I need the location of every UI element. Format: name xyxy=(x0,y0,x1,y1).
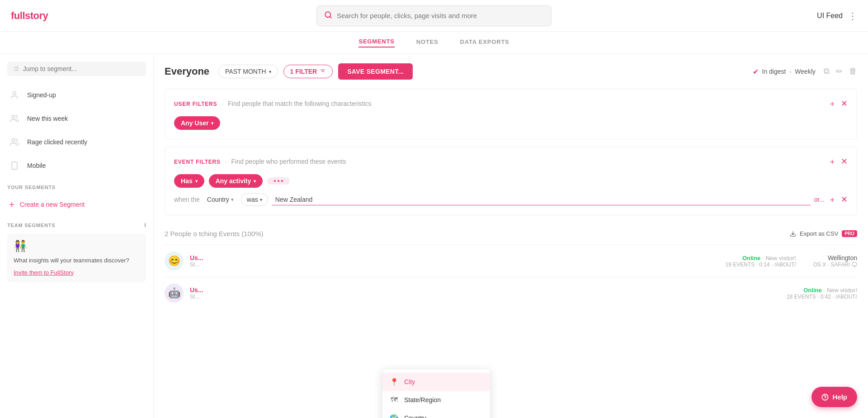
more-options-icon[interactable]: ⋮ xyxy=(848,10,857,21)
sidebar-item-mobile-label: Mobile xyxy=(27,162,46,169)
filter-icon xyxy=(320,68,326,75)
export-csv-btn[interactable]: Export as CSV PRO xyxy=(790,230,857,237)
svg-rect-17 xyxy=(852,263,857,266)
monitor-icon-1 xyxy=(852,262,857,267)
sidebar-item-new-this-week[interactable]: New this week xyxy=(0,107,153,130)
tab-data-exports[interactable]: DATA EXPORTS xyxy=(460,38,509,47)
location-text-1: Wellington xyxy=(813,254,857,261)
delete-icon[interactable]: 🗑 xyxy=(849,66,857,76)
header-username: UI Feed xyxy=(817,12,843,20)
was-label: was xyxy=(247,196,258,203)
any-user-label: Any User xyxy=(181,119,208,127)
more-options-btn[interactable] xyxy=(267,177,290,185)
online-badge-2: Online xyxy=(803,287,821,294)
event-filter-actions: ＋ ✕ xyxy=(828,156,848,167)
user-name-1[interactable]: Us... xyxy=(190,254,719,261)
tab-notes[interactable]: NOTES xyxy=(416,38,439,47)
country-field-dropdown[interactable]: Country ▾ xyxy=(203,194,237,205)
user-row: 😊 Us... SI... Online · New visitor! 19 E… xyxy=(165,245,857,277)
remove-condition-btn[interactable]: ✕ xyxy=(841,194,848,205)
add-event-filter-btn[interactable]: ＋ xyxy=(828,156,836,167)
country-label: Country xyxy=(404,414,426,418)
event-filters-section: EVENT FILTERS · Find people who performe… xyxy=(165,147,857,215)
location-dropdown-menu: 📍 City 🗺 State/Region 🌍 Country 🌐 IP add… xyxy=(382,369,491,418)
event-filters-desc: Find people who performed these events xyxy=(231,158,346,165)
jump-to-segment-input[interactable] xyxy=(23,65,141,72)
svg-point-9 xyxy=(12,115,15,119)
mobile-icon xyxy=(7,158,22,173)
nav-tabs: SEGMENTS NOTES DATA EXPORTS xyxy=(0,32,868,54)
has-arrow: ▾ xyxy=(195,179,198,184)
remove-user-filter-btn[interactable]: ✕ xyxy=(841,98,848,109)
time-filter-arrow: ▾ xyxy=(269,69,271,74)
team-info-icon[interactable]: ℹ xyxy=(144,222,146,228)
user-status-2: Online · New visitor! 18 EVENTS · 0:42 ·… xyxy=(787,286,857,300)
team-segments-section: TEAM SEGMENTS ℹ 👫 What insights will you… xyxy=(0,215,153,290)
search-input[interactable] xyxy=(337,12,544,19)
sidebar-item-mobile[interactable]: Mobile xyxy=(0,154,153,177)
remove-event-filter-btn[interactable]: ✕ xyxy=(841,156,848,167)
time-filter-dropdown[interactable]: PAST MONTH ▾ xyxy=(218,65,278,78)
when-the-text: when the xyxy=(174,196,200,203)
sidebar-search[interactable] xyxy=(7,62,146,76)
sidebar-item-rage-clicked-label: Rage clicked recently xyxy=(27,138,87,146)
state-region-icon: 🗺 xyxy=(390,395,399,404)
any-user-dropdown[interactable]: Any User ▾ xyxy=(174,116,220,130)
digest-sep: · xyxy=(789,68,791,75)
any-user-arrow: ▾ xyxy=(211,121,213,126)
user-filter-row: Any User ▾ xyxy=(174,116,848,130)
results-count-text: 2 People o xyxy=(165,230,197,238)
team-avatar: 👫 xyxy=(14,240,140,252)
create-segment-label: Create a new Segment xyxy=(20,201,85,208)
user-avatar-2: 🤖 xyxy=(165,284,184,303)
help-button[interactable]: Help xyxy=(811,387,857,407)
content-area: Everyone PAST MONTH ▾ 1 FILTER SAVE SEGM… xyxy=(154,54,868,418)
country-field-label: Country xyxy=(207,196,229,203)
create-segment-btn[interactable]: ＋ Create a new Segment xyxy=(0,194,153,215)
digest-label: In digest xyxy=(762,68,786,75)
user-filter-actions: ＋ ✕ xyxy=(828,98,848,109)
svg-point-10 xyxy=(12,139,15,142)
user-filters-label: USER FILTERS xyxy=(174,101,217,107)
results-matching-text: tching Events (100%) xyxy=(199,230,264,238)
edit-icon[interactable]: ✏ xyxy=(836,66,843,76)
plus-icon: ＋ xyxy=(7,198,16,210)
invite-link[interactable]: Invite them to FullStory xyxy=(14,269,74,276)
logo-text: fullstory xyxy=(11,10,48,21)
segment-title: Everyone xyxy=(165,66,209,77)
add-condition-btn[interactable]: ＋ xyxy=(828,194,836,205)
copy-icon[interactable]: ⧉ xyxy=(824,66,830,76)
digest-actions: ⧉ ✏ 🗑 xyxy=(824,66,857,76)
dropdown-item-state-region[interactable]: 🗺 State/Region xyxy=(382,391,490,409)
country-value-input[interactable] xyxy=(272,194,811,205)
or-link[interactable]: or... xyxy=(814,196,825,203)
sidebar-item-signed-up[interactable]: Signed-up xyxy=(0,83,153,107)
new-visitor-label-2: · New visitor! xyxy=(824,287,857,294)
user-name-2[interactable]: Us... xyxy=(190,286,780,294)
dot3 xyxy=(281,180,283,182)
was-arrow: ▾ xyxy=(260,197,262,202)
digest-frequency: Weekly xyxy=(795,68,816,75)
add-user-filter-btn[interactable]: ＋ xyxy=(828,98,836,109)
search-bar[interactable] xyxy=(316,5,552,26)
download-icon xyxy=(790,231,796,237)
user-info-1: Us... SI... xyxy=(190,254,719,268)
any-activity-dropdown[interactable]: Any activity ▾ xyxy=(209,174,263,188)
new-visitor-label-1: · New visitor! xyxy=(762,255,796,261)
svg-point-8 xyxy=(13,92,16,95)
team-card-text: What insights will your teammates discov… xyxy=(14,256,140,265)
event-filter-row: Has ▾ Any activity ▾ xyxy=(174,174,848,188)
tab-segments[interactable]: SEGMENTS xyxy=(359,38,394,48)
filter-count-btn[interactable]: 1 FILTER xyxy=(283,65,333,78)
logo: fullstory xyxy=(11,10,48,22)
country-field-arrow: ▾ xyxy=(231,197,234,203)
sidebar-item-rage-clicked[interactable]: Rage clicked recently xyxy=(0,130,153,154)
event-info-1: 19 EVENTS · 0:14 · /ABOUT/ xyxy=(726,261,796,268)
dropdown-item-city[interactable]: 📍 City xyxy=(382,373,490,391)
dropdown-item-country[interactable]: 🌍 Country xyxy=(382,409,490,418)
has-dropdown[interactable]: Has ▾ xyxy=(174,174,204,188)
was-dropdown[interactable]: was ▾ xyxy=(241,193,268,206)
main-layout: Signed-up New this week Rage clicked rec… xyxy=(0,54,868,418)
save-segment-btn[interactable]: SAVE SEGMENT... xyxy=(338,63,413,80)
user-sub-2: SI... xyxy=(190,294,780,300)
